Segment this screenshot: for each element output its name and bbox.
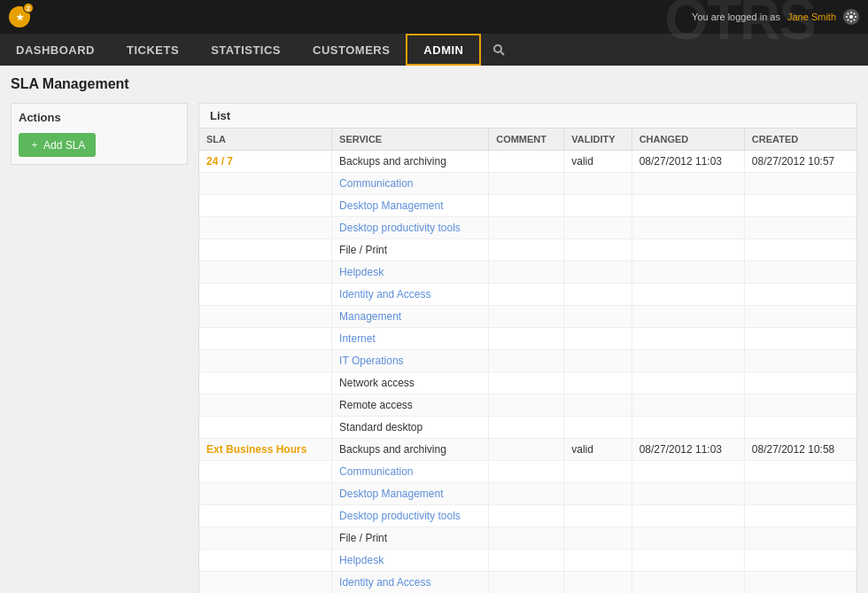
cell-sla: [199, 505, 332, 527]
topbar-right: You are logged in as Jane Smith: [692, 9, 859, 25]
cell-service[interactable]: Communication: [332, 461, 489, 483]
table-row: Desktop productivity tools: [199, 505, 856, 527]
cell-created: 08/27/2012 10:57: [744, 151, 856, 173]
table-row: Desktop productivity tools: [199, 217, 856, 239]
cell-service: Network access: [332, 372, 489, 394]
cell-validity: [564, 306, 632, 328]
cell-changed: [632, 195, 744, 217]
cell-validity: [564, 527, 632, 550]
settings-icon[interactable]: [843, 9, 859, 25]
cell-comment: [489, 239, 564, 261]
cell-service[interactable]: IT Operations: [332, 350, 489, 372]
cell-comment: [489, 261, 564, 284]
table-row: Identity and Access: [199, 572, 856, 594]
cell-service[interactable]: Desktop Management: [332, 195, 489, 217]
table-row: Network access: [199, 372, 856, 394]
cell-validity: valid: [564, 151, 632, 173]
cell-validity: valid: [564, 439, 632, 461]
cell-service[interactable]: Identity and Access: [332, 284, 489, 306]
table-row: IT Operations: [199, 350, 856, 372]
cell-comment: [489, 461, 564, 483]
cell-comment: [489, 350, 564, 372]
cell-sla: [199, 217, 332, 239]
cell-service[interactable]: Helpdesk: [332, 261, 489, 284]
cell-sla: [199, 483, 332, 505]
cell-created: [744, 328, 856, 350]
add-sla-button[interactable]: ＋ Add SLA: [19, 133, 96, 157]
cell-service: Remote access: [332, 394, 489, 417]
svg-line-2: [501, 52, 505, 56]
cell-service[interactable]: Desktop productivity tools: [332, 217, 489, 239]
col-sla: SLA: [199, 129, 332, 151]
cell-validity: [564, 572, 632, 594]
cell-comment: [489, 217, 564, 239]
cell-sla: [199, 261, 332, 284]
cell-comment: [489, 394, 564, 417]
cell-validity: [564, 328, 632, 350]
nav-customers[interactable]: CUSTOMERS: [297, 34, 406, 66]
col-comment: COMMENT: [489, 129, 564, 151]
avatar-badge: 2: [23, 3, 34, 13]
nav-statistics[interactable]: STATISTICS: [195, 34, 297, 66]
avatar[interactable]: ★ 2: [9, 6, 30, 27]
cell-service[interactable]: Communication: [332, 173, 489, 195]
cell-service[interactable]: Internet: [332, 328, 489, 350]
cell-comment: [489, 306, 564, 328]
sidebar-title: Actions: [19, 111, 180, 124]
sidebar: Actions ＋ Add SLA: [11, 103, 188, 165]
table-row: Desktop Management: [199, 483, 856, 505]
cell-changed: [632, 483, 744, 505]
cell-service[interactable]: Desktop productivity tools: [332, 505, 489, 527]
cell-validity: [564, 217, 632, 239]
cell-service[interactable]: Management: [332, 306, 489, 328]
cell-sla: [199, 550, 332, 572]
nav-admin[interactable]: ADMIN: [406, 34, 481, 66]
cell-validity: [564, 461, 632, 483]
cell-changed: [632, 284, 744, 306]
cell-comment: [489, 417, 564, 439]
cell-sla: [199, 284, 332, 306]
cell-changed: [632, 350, 744, 372]
cell-created: [744, 217, 856, 239]
table-row: Communication: [199, 173, 856, 195]
username: Jane Smith: [787, 12, 836, 22]
table-row: Helpdesk: [199, 550, 856, 572]
cell-comment: [489, 195, 564, 217]
plus-icon: ＋: [29, 137, 40, 152]
cell-created: [744, 261, 856, 284]
cell-created: [744, 394, 856, 417]
cell-validity: [564, 505, 632, 527]
page: SLA Management Actions ＋ Add SLA List SL…: [0, 66, 868, 593]
col-service: SERVICE: [332, 129, 489, 151]
cell-service: Backups and archiving: [332, 439, 489, 461]
cell-comment: [489, 572, 564, 594]
table-row: Identity and Access: [199, 284, 856, 306]
cell-sla: [199, 461, 332, 483]
cell-validity: [564, 483, 632, 505]
cell-created: [744, 572, 856, 594]
search-button[interactable]: [481, 34, 516, 66]
cell-validity: [564, 550, 632, 572]
nav-tickets[interactable]: TICKETS: [111, 34, 195, 66]
cell-created: [744, 195, 856, 217]
cell-comment: [489, 328, 564, 350]
cell-sla: [199, 239, 332, 261]
cell-service: Standard desktop: [332, 417, 489, 439]
cell-service[interactable]: Helpdesk: [332, 550, 489, 572]
cell-changed: [632, 527, 744, 550]
cell-service[interactable]: Desktop Management: [332, 483, 489, 505]
table-row: Standard desktop: [199, 417, 856, 439]
cell-sla[interactable]: 24 / 7: [199, 151, 332, 173]
cell-created: [744, 284, 856, 306]
list-area: List SLA SERVICE COMMENT VALIDITY CHANGE…: [198, 103, 857, 593]
cell-changed: [632, 394, 744, 417]
navbar: DASHBOARD TICKETS STATISTICS CUSTOMERS A…: [0, 34, 868, 66]
cell-sla[interactable]: Ext Business Hours: [199, 439, 332, 461]
nav-dashboard[interactable]: DASHBOARD: [0, 34, 111, 66]
topbar-left: ★ 2: [9, 6, 30, 27]
cell-changed: [632, 461, 744, 483]
cell-service[interactable]: Identity and Access: [332, 572, 489, 594]
svg-point-1: [494, 45, 501, 52]
sla-table: SLA SERVICE COMMENT VALIDITY CHANGED CRE…: [199, 129, 856, 593]
cell-created: [744, 173, 856, 195]
